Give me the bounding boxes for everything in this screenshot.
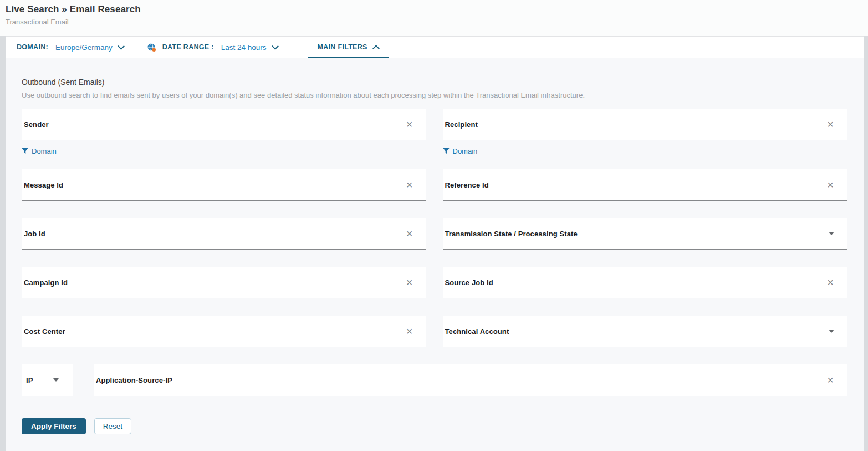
ip-type-value: IP bbox=[26, 376, 33, 384]
job-id-field[interactable]: Job Id × bbox=[22, 218, 426, 250]
campaign-id-field[interactable]: Campaign Id × bbox=[22, 267, 426, 298]
message-id-field-label: Message Id bbox=[24, 181, 63, 189]
recipient-field[interactable]: Recipient × bbox=[443, 109, 847, 140]
date-range-label: DATE RANGE : bbox=[162, 43, 214, 51]
filter-row-4: Campaign Id × Source Job Id × bbox=[22, 267, 847, 298]
clear-icon[interactable]: × bbox=[825, 375, 836, 385]
reference-id-field-label: Reference Id bbox=[445, 181, 489, 189]
filter-row-6: IP Application-Source-IP × bbox=[22, 364, 847, 396]
reference-id-field[interactable]: Reference Id × bbox=[443, 169, 847, 201]
clear-icon[interactable]: × bbox=[404, 229, 415, 239]
clear-icon[interactable]: × bbox=[825, 119, 836, 129]
clear-icon[interactable]: × bbox=[404, 119, 415, 129]
dropdown-arrow-icon[interactable] bbox=[829, 232, 834, 235]
filter-row-2: Message Id × Reference Id × bbox=[22, 169, 847, 201]
chevron-down-icon bbox=[118, 43, 125, 50]
domain-value: Europe/Germany bbox=[55, 43, 113, 52]
filter-toolbar: DOMAIN: Europe/Germany DATE RANGE : Last… bbox=[6, 36, 864, 58]
dropdown-arrow-icon bbox=[53, 378, 59, 382]
transmission-state-label: Transmission State / Processing State bbox=[445, 230, 578, 238]
chevron-up-icon bbox=[372, 45, 380, 52]
globe-icon bbox=[147, 43, 156, 52]
message-id-field[interactable]: Message Id × bbox=[22, 169, 426, 201]
cost-center-field-label: Cost Center bbox=[24, 327, 65, 336]
domain-selector[interactable]: DOMAIN: Europe/Germany bbox=[17, 43, 124, 52]
apply-filters-button[interactable]: Apply Filters bbox=[22, 418, 86, 434]
clear-icon[interactable]: × bbox=[404, 180, 415, 190]
chevron-down-icon bbox=[272, 43, 279, 50]
sender-field-label: Sender bbox=[24, 120, 49, 129]
sender-domain-filter-link[interactable]: Domain bbox=[22, 146, 57, 156]
recipient-field-label: Recipient bbox=[445, 120, 478, 129]
filter-row-5: Cost Center × Technical Account bbox=[22, 316, 847, 347]
date-range-selector[interactable]: DATE RANGE : Last 24 hours bbox=[147, 43, 278, 52]
page-subtitle: Transactional Email bbox=[6, 18, 868, 26]
filter-icon bbox=[443, 148, 450, 154]
sender-field[interactable]: Sender × bbox=[22, 109, 426, 140]
clear-icon[interactable]: × bbox=[404, 326, 415, 336]
filter-row-3: Job Id × Transmission State / Processing… bbox=[22, 218, 847, 250]
domain-label: DOMAIN: bbox=[17, 43, 48, 51]
main-panel: DOMAIN: Europe/Germany DATE RANGE : Last… bbox=[6, 36, 864, 451]
filter-fields: Sender × Domain Recipient × bbox=[22, 109, 847, 396]
transmission-state-select[interactable]: Transmission State / Processing State bbox=[443, 218, 847, 250]
page-header: Live Search » Email Research Transaction… bbox=[0, 0, 868, 36]
outbound-search-section: Outbound (Sent Emails) Use outbound sear… bbox=[6, 58, 864, 451]
filter-icon bbox=[22, 148, 28, 154]
main-filters-toggle[interactable]: MAIN FILTERS bbox=[308, 37, 389, 58]
dropdown-arrow-icon[interactable] bbox=[829, 330, 834, 333]
clear-icon[interactable]: × bbox=[825, 180, 836, 190]
application-source-ip-field[interactable]: Application-Source-IP × bbox=[94, 364, 847, 396]
sender-domain-link-label: Domain bbox=[32, 147, 57, 155]
cost-center-field[interactable]: Cost Center × bbox=[22, 316, 426, 347]
ip-type-select[interactable]: IP bbox=[22, 364, 73, 396]
clear-icon[interactable]: × bbox=[825, 277, 836, 287]
active-tab-underline bbox=[308, 57, 389, 58]
application-source-ip-label: Application-Source-IP bbox=[96, 376, 172, 384]
recipient-domain-link-label: Domain bbox=[453, 147, 478, 155]
date-range-value: Last 24 hours bbox=[221, 43, 267, 52]
campaign-id-field-label: Campaign Id bbox=[24, 278, 68, 287]
reset-button[interactable]: Reset bbox=[94, 418, 131, 434]
technical-account-label: Technical Account bbox=[445, 327, 509, 336]
job-id-field-label: Job Id bbox=[24, 230, 45, 238]
technical-account-select[interactable]: Technical Account bbox=[443, 316, 847, 347]
page-title: Live Search » Email Research bbox=[6, 4, 868, 15]
recipient-domain-filter-link[interactable]: Domain bbox=[443, 146, 478, 156]
main-filters-label: MAIN FILTERS bbox=[318, 43, 367, 51]
form-actions: Apply Filters Reset bbox=[22, 418, 847, 434]
source-job-id-field[interactable]: Source Job Id × bbox=[443, 267, 847, 298]
clear-icon[interactable]: × bbox=[404, 277, 415, 287]
section-title: Outbound (Sent Emails) bbox=[22, 78, 847, 87]
filter-row-1: Sender × Domain Recipient × bbox=[22, 109, 847, 156]
source-job-id-field-label: Source Job Id bbox=[445, 278, 493, 287]
section-description: Use outbound search to find emails sent … bbox=[22, 91, 847, 99]
